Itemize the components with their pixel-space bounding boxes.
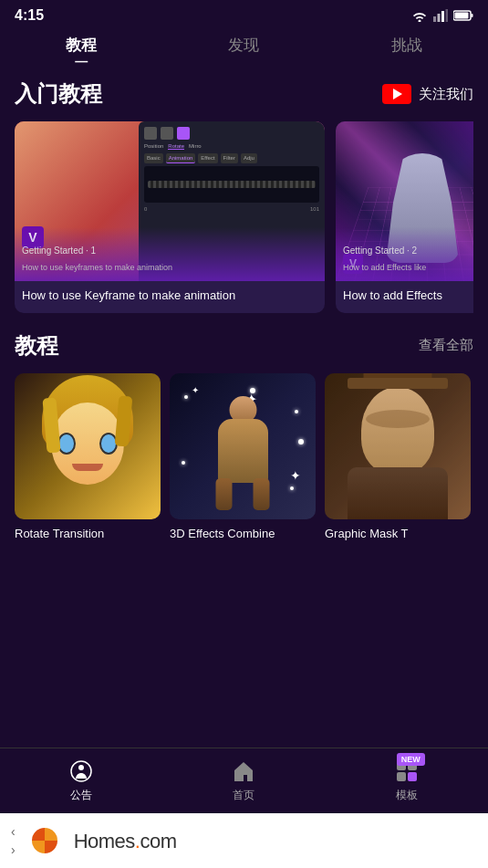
follow-text: 关注我们	[419, 86, 473, 103]
nav-item-announce[interactable]: 公告	[54, 758, 109, 803]
status-time: 4:15	[15, 7, 44, 24]
home-label: 首页	[233, 788, 254, 803]
effects-thumb: V Getting Started · 2 How to add Effects…	[336, 121, 473, 281]
battery-icon	[453, 10, 473, 21]
ad-next-arrow[interactable]: ›	[11, 842, 16, 857]
tutorials-row: Rotate Transition ✦	[15, 373, 473, 540]
announce-icon	[68, 758, 94, 784]
main-content: 入门教程 关注我们	[0, 61, 488, 728]
svg-point-8	[78, 765, 84, 770]
homes-brand-text: Homes.com	[74, 828, 177, 853]
tutorial-section: 教程 查看全部	[15, 331, 473, 540]
3d-thumb: ✦ ✦ ✦	[170, 373, 316, 519]
effects-title: How to add Effects	[336, 281, 473, 313]
tab-challenge[interactable]: 挑战	[391, 35, 422, 61]
svg-rect-12	[408, 772, 417, 781]
keyframe-subtitle: How to use keyframes to make animation	[22, 263, 172, 272]
keyframe-thumb: Position Rotate Mirro Basic Animation Ef…	[15, 121, 325, 281]
beginner-section-title: 入门教程	[15, 79, 102, 109]
tab-discover[interactable]: 发现	[228, 35, 259, 61]
graphic-item[interactable]: Graphic Mask T	[325, 373, 471, 540]
yt-follow-button[interactable]: 关注我们	[382, 84, 473, 104]
3d-item[interactable]: ✦ ✦ ✦ 3D Effects Combine	[170, 373, 316, 540]
svg-rect-6	[455, 13, 469, 19]
bottom-nav: 公告 首页 NEW 模板	[0, 748, 488, 813]
announce-label: 公告	[70, 788, 92, 803]
ad-logo-area: Homes.com	[25, 821, 477, 861]
homes-logo-icon	[25, 821, 65, 861]
ad-banner: ‹ › Homes.com	[0, 813, 488, 868]
keyframe-title: How to use Keyframe to make animation	[15, 281, 325, 313]
keyframe-tag: Getting Started · 1	[22, 246, 317, 256]
nav-item-home[interactable]: 首页	[216, 758, 271, 803]
status-icons	[411, 9, 473, 22]
rotate-thumb	[15, 373, 161, 519]
effects-subtitle: How to add Effects like	[343, 263, 426, 272]
effects-card[interactable]: V Getting Started · 2 How to add Effects…	[336, 121, 473, 313]
ad-controls: ‹ ›	[11, 824, 16, 857]
template-icon: NEW	[394, 758, 420, 784]
homes-com: com	[140, 830, 176, 852]
tutorial-section-header: 教程 查看全部	[15, 331, 473, 361]
svg-rect-2	[441, 11, 444, 22]
wifi-icon	[411, 9, 428, 22]
nav-item-template[interactable]: NEW 模板	[379, 758, 434, 803]
3d-label: 3D Effects Combine	[170, 527, 316, 540]
beginner-section-header: 入门教程 关注我们	[15, 79, 473, 109]
status-bar: 4:15	[0, 0, 488, 27]
svg-rect-11	[397, 772, 406, 781]
graphic-label: Graphic Mask T	[325, 527, 471, 540]
graphic-thumb	[325, 373, 471, 519]
rotate-item[interactable]: Rotate Transition	[15, 373, 161, 540]
homes-word: Homes	[74, 830, 135, 852]
keyframe-card[interactable]: Position Rotate Mirro Basic Animation Ef…	[15, 121, 325, 313]
svg-rect-3	[446, 9, 449, 22]
svg-rect-0	[433, 16, 436, 22]
beginner-cards-row: Position Rotate Mirro Basic Animation Ef…	[15, 121, 473, 313]
effects-label-overlay: Getting Started · 2 How to add Effects l…	[336, 227, 473, 281]
ad-prev-arrow[interactable]: ‹	[11, 824, 16, 839]
view-all-button[interactable]: 查看全部	[419, 337, 473, 354]
home-icon	[231, 758, 256, 784]
tab-tutorial[interactable]: 教程	[66, 35, 97, 61]
signal-icon	[433, 9, 448, 22]
template-label: 模板	[396, 788, 418, 803]
keyframe-label-overlay: Getting Started · 1 How to use keyframes…	[15, 227, 325, 281]
rotate-label: Rotate Transition	[15, 527, 161, 540]
svg-rect-1	[438, 14, 441, 22]
new-badge: NEW	[397, 753, 425, 766]
tutorial-section-title: 教程	[15, 331, 58, 361]
youtube-icon	[382, 84, 411, 104]
svg-rect-5	[472, 14, 473, 17]
top-nav: 教程 发现 挑战	[0, 27, 488, 61]
effects-tag: Getting Started · 2	[343, 246, 473, 256]
